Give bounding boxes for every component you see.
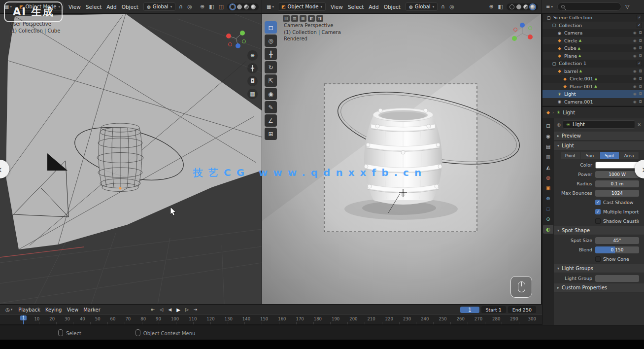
scale-tool[interactable]: ⇱ [265, 74, 277, 87]
jump-to-start-button[interactable]: ⇤ [149, 307, 157, 313]
transform-orientation-select[interactable]: ◍Global▾ [406, 2, 438, 11]
measure-tool[interactable]: ∠ [265, 114, 277, 127]
hide-in-viewport-icon[interactable]: ◉ [633, 84, 637, 89]
checkbox-cast-shadow[interactable]: ✓ [595, 200, 601, 205]
disable-in-render-icon[interactable]: ◘ [639, 38, 642, 43]
snap-magnet-icon[interactable]: ∩ [178, 3, 184, 10]
menu-item-select[interactable]: Select [345, 3, 366, 11]
properties-tab-object-data[interactable]: ◐ [543, 225, 553, 234]
outliner-item-light[interactable]: ☀Light◉◘ [542, 90, 644, 98]
cursor-tool[interactable]: ◎ [265, 35, 277, 47]
outliner-item-scene-collection[interactable]: ▢Scene Collection✓ [542, 14, 644, 22]
slider-blend[interactable]: 0.150 [595, 246, 639, 253]
outliner-item-collection-1[interactable]: ▢Collection 1✓ [542, 60, 644, 68]
pin-icon[interactable]: ◎ [557, 122, 561, 127]
outliner-item-circle[interactable]: ◆Circle▲◉◘ [542, 37, 644, 45]
shading-solid-icon[interactable] [237, 4, 242, 9]
shading-material-icon[interactable] [244, 4, 249, 9]
hide-in-viewport-icon[interactable]: ◉ [633, 54, 637, 58]
mouse-navigation-widget[interactable] [510, 276, 532, 298]
properties-tab-object[interactable]: ▣ [543, 183, 553, 192]
disable-in-render-icon[interactable]: ◘ [639, 69, 642, 73]
play-button[interactable]: ▶ [174, 307, 182, 313]
zoom-icon[interactable]: ⊕ [247, 50, 258, 61]
frame-start-field[interactable]: Start 1 [481, 306, 506, 313]
checkbox-shadow-caustics[interactable] [595, 218, 601, 224]
disable-in-render-icon[interactable]: ◘ [639, 84, 642, 89]
pan-icon[interactable]: ╋ [247, 63, 258, 73]
xray-toggle-icon[interactable]: ◫ [218, 3, 225, 10]
field-light-group[interactable] [595, 275, 639, 282]
hide-in-viewport-icon[interactable]: ◉ [633, 92, 637, 96]
disable-in-render-icon[interactable]: ◘ [639, 100, 642, 104]
outliner-item-cube[interactable]: ◆Cube▲◉◘ [542, 44, 644, 52]
light-type-sun[interactable]: Sun [580, 152, 600, 159]
proportional-editing-icon[interactable]: ◎ [448, 3, 455, 10]
move-tool[interactable]: ╋ [265, 48, 277, 60]
frame-end-field[interactable]: End 250 [508, 306, 536, 313]
menu-item-view[interactable]: View [64, 306, 81, 314]
section-header-light-groups[interactable]: ▾Light Groups [554, 264, 644, 273]
disable-in-render-icon[interactable]: ◘ [639, 76, 642, 81]
navigation-gizmo[interactable] [509, 21, 535, 46]
prev-keyframe-button[interactable]: ◁ [158, 307, 165, 313]
filter-icon[interactable]: ▽ [624, 3, 630, 10]
properties-tab-modifiers[interactable]: ⊚ [543, 194, 553, 203]
current-frame-field[interactable]: 1 [460, 307, 479, 313]
editor-type-button[interactable]: ≡▾ [544, 3, 554, 10]
jump-to-end-button[interactable]: ⇥ [192, 307, 200, 313]
menu-item-select[interactable]: Select [83, 3, 104, 11]
outliner-item-camera[interactable]: ◉Camera◉◘ [542, 29, 644, 37]
hide-in-viewport-icon[interactable]: ◉ [633, 69, 637, 73]
annotate-tool[interactable]: ✎ [265, 101, 277, 113]
checkbox-multiple-importance[interactable]: ✓ [595, 209, 601, 214]
shading-rendered-icon[interactable] [530, 4, 535, 9]
editor-type-button[interactable]: ▦▾ [265, 3, 275, 10]
disable-in-render-icon[interactable]: ◘ [639, 92, 642, 96]
mode-select[interactable]: ◩Object Mode▾ [278, 2, 326, 11]
section-header-spot-shape[interactable]: ▾Spot Shape [554, 226, 644, 235]
shading-material-icon[interactable] [523, 4, 528, 9]
select-box-tool[interactable]: ◻ [265, 21, 277, 34]
menu-item-playback[interactable]: Playback [16, 306, 43, 314]
add-cube-tool[interactable]: ⊞ [265, 128, 277, 140]
section-header-light[interactable]: ▾Light [554, 141, 644, 150]
color-swatch-color[interactable] [595, 162, 639, 169]
ortho-grid-icon[interactable]: ▦ [247, 89, 258, 99]
tool-settings-icon-x[interactable]: ◨ [316, 15, 323, 22]
tool-settings-icon-x[interactable]: ▤ [283, 15, 290, 22]
show-overlays-icon[interactable]: ◧ [208, 3, 215, 10]
light-type-spot[interactable]: Spot [600, 152, 620, 159]
outliner-item-plane[interactable]: ◆Plane▲◉◘ [542, 52, 644, 60]
light-type-area[interactable]: Area [619, 152, 639, 159]
hide-in-viewport-icon[interactable]: ◉ [633, 100, 637, 104]
collection-checkbox-icon[interactable]: ✓ [637, 61, 642, 66]
menu-item-keying[interactable]: Keying [43, 306, 65, 314]
proportional-editing-icon[interactable]: ◎ [186, 3, 193, 10]
outliner-item-collection[interactable]: ▢Collection✓ [542, 22, 644, 30]
transform-orientation-select[interactable]: ◍Global▾ [143, 2, 175, 11]
shading-solid-icon[interactable] [516, 4, 521, 9]
navigation-gizmo[interactable] [224, 27, 248, 50]
section-header-custom-properties[interactable]: ▸Custom Properties [554, 283, 644, 292]
outliner-search-input[interactable] [557, 2, 621, 11]
menu-item-object[interactable]: Object [119, 3, 141, 11]
hide-in-viewport-icon[interactable]: ◉ [633, 46, 637, 50]
checkbox-show-cone[interactable] [595, 256, 601, 262]
field-max-bounces[interactable]: 1024 [595, 190, 639, 197]
next-keyframe-button[interactable]: ▷ [183, 307, 191, 313]
viewport-3d-right[interactable]: ▤▥▦◧◨ Camera Perspective(1) Collection |… [262, 14, 541, 304]
shading-rendered-icon[interactable] [251, 4, 256, 9]
properties-tab-physics[interactable]: ◌ [543, 204, 553, 213]
field-power[interactable]: 1000 W [595, 171, 639, 178]
properties-tab-world[interactable]: ◍ [543, 173, 553, 182]
properties-tab-render[interactable]: ◉ [543, 132, 553, 140]
field-radius[interactable]: 0.1 m [595, 180, 639, 187]
properties-tab-view-layer[interactable]: ▥ [543, 152, 553, 161]
properties-tab-constraints[interactable]: ⊙ [543, 214, 553, 223]
hide-in-viewport-icon[interactable]: ◉ [633, 38, 637, 43]
tool-settings-icon-x[interactable]: ▥ [291, 15, 298, 22]
menu-item-view[interactable]: View [328, 3, 345, 11]
rotate-tool[interactable]: ↻ [265, 61, 277, 73]
viewport-3d-left[interactable]: User Perspective(1) Collection | Cube ⊕ … [0, 14, 262, 304]
